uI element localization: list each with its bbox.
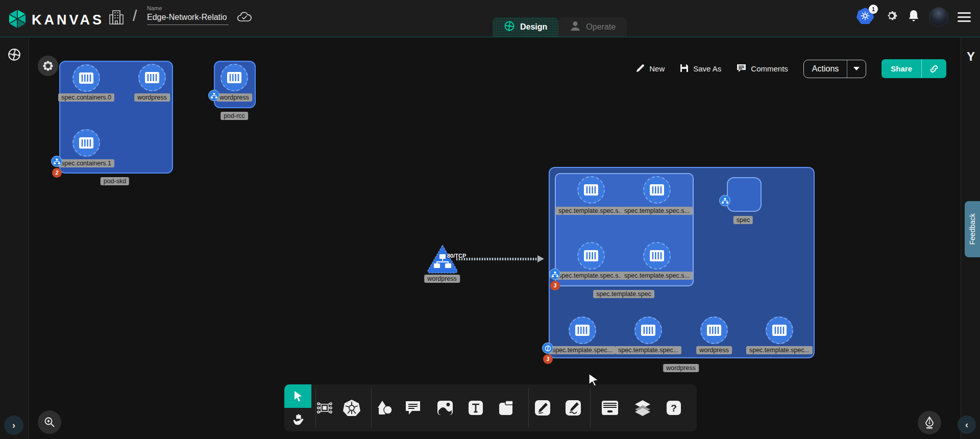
relationship-badge[interactable] [719, 195, 730, 206]
node-label: spec.template.spec.s... [621, 272, 693, 280]
node-label: wordpress [134, 93, 170, 102]
group-label: pod-skd [101, 177, 129, 185]
node-label: spec.template.spec.s... [621, 207, 693, 215]
tool-layers[interactable] [632, 398, 653, 418]
container-node-spec-containers-1[interactable] [72, 129, 100, 157]
service-node-wordpress[interactable] [426, 243, 459, 276]
container-node[interactable] [643, 242, 671, 270]
app-stage: KANVAS / Name Edge-Network-Relatio [0, 0, 980, 439]
zoom-in-button[interactable] [38, 410, 61, 434]
notifications-bell-icon[interactable] [908, 9, 920, 25]
copy-link-icon[interactable] [921, 59, 946, 78]
name-field-label: Name [147, 5, 229, 11]
hamburger-menu-icon[interactable] [958, 12, 971, 22]
actions-label[interactable]: Actions [804, 60, 847, 78]
node-label: spec.template.spec... [746, 346, 813, 354]
drawer-archive-icon [601, 400, 619, 416]
tab-design-label: Design [520, 22, 547, 32]
node-label: spec.template.spec... [549, 346, 616, 354]
spec-node[interactable] [727, 177, 762, 212]
save-as-button[interactable]: Save As [680, 64, 721, 74]
tool-drawer[interactable] [600, 398, 620, 418]
tab-operate[interactable]: Operate [558, 17, 627, 37]
tool-select-cursor[interactable] [284, 384, 311, 408]
design-spiral-icon [504, 20, 515, 34]
tool-component[interactable] [314, 398, 335, 418]
tool-note[interactable] [496, 398, 517, 418]
design-name-field[interactable]: Name Edge-Network-Relatio [147, 5, 229, 25]
organization-icon[interactable] [109, 9, 124, 28]
settings-gear-icon[interactable] [885, 9, 898, 25]
operate-user-icon [570, 20, 581, 34]
kanvas-logo[interactable]: KANVAS [8, 9, 104, 31]
node-label: spec.containers.0 [58, 93, 114, 102]
container-node[interactable] [577, 176, 605, 204]
tool-shapes[interactable] [374, 398, 395, 418]
tool-pen[interactable] [532, 398, 553, 418]
chevron-right-icon: › [12, 420, 15, 431]
relationship-badge[interactable] [208, 90, 219, 101]
tool-pencil-draw[interactable] [563, 398, 583, 418]
container-node-wordpress[interactable] [220, 64, 248, 91]
kubernetes-context-button[interactable]: 1 [856, 8, 876, 26]
node-label: spec.template.spec.s... [555, 272, 627, 280]
user-avatar[interactable] [929, 7, 948, 27]
spiral-badge[interactable] [542, 343, 553, 354]
name-field-value[interactable]: Edge-Network-Relatio [147, 13, 229, 25]
logo-wordmark: KANVAS [32, 12, 104, 28]
group-label: wordpress [663, 364, 699, 372]
chevron-left-icon: ‹ [965, 420, 968, 430]
tool-kubernetes[interactable] [341, 398, 362, 418]
new-label: New [649, 64, 665, 73]
container-node-wordpress[interactable] [138, 64, 166, 91]
container-node-wordpress[interactable] [700, 316, 728, 344]
meshery-spiral-icon[interactable] [7, 47, 21, 64]
error-count-badge[interactable]: 3 [543, 354, 553, 364]
expand-left-panel-button[interactable]: › [4, 416, 23, 435]
caret-down-icon [853, 67, 860, 70]
share-split-button[interactable]: Share [881, 59, 946, 78]
question-mark-icon: ? [666, 400, 681, 416]
design-action-bar: New Save As Comments Actions Share [636, 59, 946, 78]
feedback-label: Feedback [968, 213, 976, 245]
comments-button[interactable]: Comments [737, 64, 788, 74]
container-node[interactable] [634, 316, 662, 344]
magnifier-plus-icon [44, 417, 55, 428]
relationship-badge[interactable] [549, 269, 560, 280]
share-label[interactable]: Share [881, 59, 921, 78]
container-node[interactable] [766, 316, 793, 344]
tool-comment[interactable] [403, 398, 423, 418]
error-count-badge[interactable]: 3 [550, 281, 560, 290]
container-node[interactable] [643, 176, 671, 204]
tool-image[interactable] [435, 398, 455, 418]
container-node[interactable] [569, 316, 596, 344]
actions-split-button[interactable]: Actions [803, 60, 866, 78]
canvas-flower-button[interactable] [38, 56, 58, 76]
toolbar-divider [528, 388, 529, 427]
tab-design[interactable]: Design [493, 17, 558, 37]
tool-pan-hand[interactable] [284, 408, 311, 431]
container-node[interactable] [577, 242, 605, 270]
edge-arrowhead-icon [537, 255, 544, 262]
network-edge[interactable] [456, 255, 544, 262]
kanvas-hexagon-icon [8, 9, 27, 31]
relationship-badge[interactable] [51, 156, 62, 167]
group-spec-template-spec[interactable] [555, 173, 694, 286]
edge-port-label: 80/TCP [447, 253, 466, 259]
error-count-badge[interactable]: 2 [52, 168, 62, 178]
container-node-spec-containers-0[interactable] [72, 64, 100, 92]
group-label: pod-rcc [220, 112, 248, 120]
new-button[interactable]: New [636, 64, 665, 74]
collapse-right-panel-button[interactable]: ‹ [958, 416, 976, 434]
cursor-arrow-icon [293, 391, 303, 402]
tool-help[interactable]: ? [664, 398, 684, 418]
yaml-panel-icon[interactable]: Y [961, 50, 980, 64]
save-icon [680, 64, 689, 74]
toolbar-divider [590, 388, 591, 427]
image-icon [437, 400, 453, 416]
feedback-tab[interactable]: Feedback [965, 201, 980, 257]
tool-text[interactable] [465, 398, 486, 418]
pen-nib-button[interactable] [918, 411, 941, 434]
node-label: spec [733, 216, 753, 224]
actions-dropdown-toggle[interactable] [847, 60, 866, 78]
